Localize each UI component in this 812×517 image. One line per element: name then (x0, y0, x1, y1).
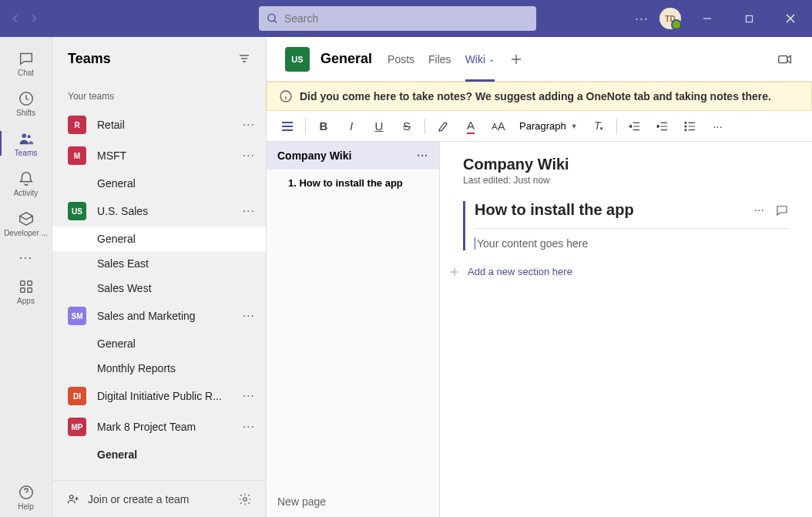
team-more[interactable]: ··· (243, 309, 255, 323)
info-icon (280, 90, 292, 102)
teams-panel-title: Teams (68, 51, 111, 67)
clear-formatting-button[interactable] (586, 114, 612, 139)
channel-title: General (320, 51, 372, 67)
underline-button[interactable]: U (366, 114, 392, 139)
team-avatar: M (68, 146, 86, 165)
svg-point-4 (27, 135, 30, 138)
team-name: U.S. Sales (97, 205, 243, 217)
your-teams-label: Your teams (52, 86, 266, 109)
window-maximize[interactable] (733, 3, 764, 34)
paragraph-dropdown[interactable]: Paragraph▼ (513, 114, 584, 139)
svg-rect-5 (20, 280, 25, 285)
wiki-editor: Company Wiki Last edited: Just now How t… (440, 142, 812, 517)
svg-point-11 (243, 497, 247, 501)
settings-gear-icon[interactable] (238, 492, 252, 506)
team-row[interactable]: M MSFT ··· (52, 140, 266, 171)
channel-row[interactable]: Monthly Reports (52, 356, 266, 381)
outdent-button[interactable] (622, 114, 648, 139)
user-avatar[interactable]: TD (659, 8, 681, 29)
join-create-team[interactable]: Join or create a team (66, 492, 190, 506)
rail-activity[interactable]: Activity (0, 163, 52, 203)
wiki-doc-title[interactable]: Company Wiki (463, 156, 789, 173)
team-avatar: US (68, 202, 86, 220)
channel-row[interactable]: Sales East (52, 251, 266, 276)
channel-row[interactable]: General (52, 331, 266, 356)
titlebar: ··· TD (0, 0, 812, 37)
titlebar-more[interactable]: ··· (635, 11, 649, 27)
team-more[interactable]: ··· (243, 149, 255, 163)
bullet-list-button[interactable] (677, 114, 703, 139)
team-row[interactable]: MP Mark 8 Project Team ··· (52, 411, 266, 442)
team-row[interactable]: R Retail ··· (52, 109, 266, 140)
team-name: Sales and Marketing (97, 310, 243, 322)
people-add-icon (66, 492, 80, 506)
svg-rect-6 (27, 280, 32, 285)
rail-chat[interactable]: Chat (0, 43, 52, 83)
nav-back[interactable] (6, 9, 25, 28)
app-rail: Chat Shifts Teams Activity Developer ...… (0, 37, 52, 517)
rail-shifts[interactable]: Shifts (0, 83, 52, 123)
team-more[interactable]: ··· (243, 118, 255, 132)
channel-tab[interactable]: Posts (388, 37, 414, 82)
search-icon (267, 12, 278, 25)
team-row[interactable]: US U.S. Sales ··· (52, 196, 266, 227)
section-content-placeholder[interactable]: Your content goes here (475, 237, 588, 250)
filter-icon[interactable] (238, 52, 250, 65)
channel-header: US General PostsFilesWiki⌄ (267, 37, 812, 82)
team-avatar: SM (68, 307, 86, 325)
wiki-last-edited: Last edited: Just now (463, 175, 789, 186)
meet-camera-icon[interactable] (777, 51, 794, 68)
svg-rect-1 (746, 15, 752, 22)
wiki-page-more[interactable]: ··· (417, 149, 428, 162)
search-input[interactable] (284, 12, 528, 25)
section-more[interactable]: ··· (754, 203, 764, 217)
rail-apps[interactable]: Apps (0, 271, 52, 311)
svg-point-16 (685, 129, 686, 130)
channel-row[interactable]: General (52, 227, 266, 251)
highlight-button[interactable] (430, 114, 456, 139)
add-tab-button[interactable] (504, 47, 528, 72)
window-minimize[interactable] (692, 3, 723, 34)
font-color-button[interactable]: A (458, 114, 484, 139)
wiki-page-title-row[interactable]: Company Wiki ··· (267, 142, 439, 170)
channel-row[interactable]: General (52, 442, 266, 467)
add-section-button[interactable]: Add a new section here (449, 266, 789, 277)
team-name: Retail (97, 119, 243, 131)
hamburger-icon[interactable] (274, 114, 300, 139)
window-close[interactable] (775, 3, 806, 34)
teams-panel: Teams Your teams R Retail ···M MSFT ···G… (52, 37, 267, 517)
toolbar-more[interactable]: ··· (705, 114, 731, 139)
rail-developer[interactable]: Developer ... (0, 203, 52, 243)
plus-icon (449, 267, 460, 277)
channel-row[interactable]: General (52, 171, 266, 196)
svg-point-0 (268, 14, 275, 21)
team-row[interactable]: DI Digital Initiative Public R... ··· (52, 381, 266, 411)
section-title[interactable]: How to install the app (475, 201, 754, 219)
team-more[interactable]: ··· (243, 420, 255, 434)
font-size-button[interactable]: AA (485, 114, 512, 139)
nav-forward[interactable] (25, 9, 43, 28)
svg-point-3 (22, 133, 26, 138)
channel-tab[interactable]: Files (428, 37, 451, 82)
team-row[interactable]: SM Sales and Marketing ··· (52, 300, 266, 331)
rail-more[interactable]: ··· (0, 243, 52, 271)
svg-point-15 (685, 126, 686, 127)
wiki-nav: Company Wiki ··· 1. How to install the a… (267, 142, 440, 517)
indent-button[interactable] (649, 114, 676, 139)
team-more[interactable]: ··· (243, 204, 255, 218)
search-box[interactable] (259, 6, 536, 31)
channel-tab[interactable]: Wiki⌄ (465, 37, 495, 82)
team-more[interactable]: ··· (243, 389, 255, 403)
channel-row[interactable]: Sales West (52, 276, 266, 300)
svg-rect-12 (779, 55, 787, 62)
bold-button[interactable]: B (310, 114, 337, 139)
editor-toolbar: B I U S A AA Paragraph▼ ··· (267, 111, 812, 142)
section-comment-icon[interactable] (775, 203, 789, 217)
team-avatar: R (68, 116, 86, 134)
wiki-toc-item[interactable]: 1. How to install the app (267, 170, 439, 196)
strikethrough-button[interactable]: S (394, 114, 420, 139)
italic-button[interactable]: I (338, 114, 364, 139)
wiki-new-page[interactable]: New page (267, 486, 439, 517)
rail-help[interactable]: Help (0, 477, 52, 517)
rail-teams[interactable]: Teams (0, 123, 52, 163)
